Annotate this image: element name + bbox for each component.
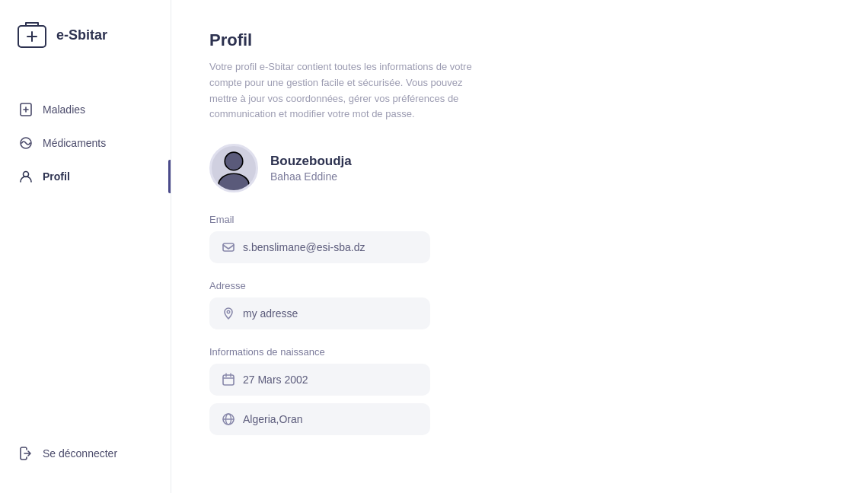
- email-input[interactable]: s.benslimane@esi-sba.dz: [209, 231, 430, 263]
- logo-area: e-Sbitar: [0, 0, 171, 70]
- profile-name-area: Bouzeboudja Bahaa Eddine: [270, 154, 352, 183]
- main-nav: Maladies Médicaments Profil: [0, 70, 171, 421]
- sidebar-item-maladies[interactable]: Maladies: [0, 93, 171, 126]
- page-description: Votre profil e-Sbitar contient toutes le…: [209, 59, 483, 122]
- email-field-group: Email s.benslimane@esi-sba.dz: [209, 214, 830, 263]
- svg-rect-12: [223, 375, 234, 385]
- maladies-icon: [18, 102, 34, 117]
- page-title: Profil: [209, 30, 830, 50]
- sidebar-item-profil[interactable]: Profil: [0, 160, 171, 193]
- address-input[interactable]: my adresse: [209, 297, 430, 329]
- sidebar-item-medicaments[interactable]: Médicaments: [0, 126, 171, 160]
- birth-location-value: Algeria,Oran: [243, 413, 303, 425]
- profil-icon: [18, 169, 34, 184]
- birth-label: Informations de naissance: [209, 346, 830, 358]
- birth-field-group: Informations de naissance 27 Mars 2002: [209, 346, 830, 435]
- profil-label: Profil: [43, 170, 70, 183]
- calendar-icon: [222, 373, 235, 386]
- profile-last-name: Bouzeboudja: [270, 154, 352, 169]
- profile-header: Bouzeboudja Bahaa Eddine: [209, 144, 830, 192]
- main-content: Profil Votre profil e-Sbitar contient to…: [171, 0, 868, 493]
- address-label: Adresse: [209, 280, 830, 291]
- maladies-label: Maladies: [43, 103, 85, 116]
- app-logo-icon: [15, 18, 49, 52]
- sidebar-bottom: Se déconnecter: [0, 421, 171, 493]
- globe-icon: [222, 412, 235, 426]
- address-value: my adresse: [243, 307, 298, 320]
- disconnect-button[interactable]: Se déconnecter: [0, 437, 171, 470]
- birth-location-input[interactable]: Algeria,Oran: [209, 403, 430, 435]
- birth-date-input[interactable]: 27 Mars 2002: [209, 364, 430, 396]
- location-icon: [222, 307, 235, 320]
- svg-point-8: [225, 152, 243, 170]
- address-field-group: Adresse my adresse: [209, 280, 830, 329]
- sidebar: e-Sbitar Maladies Médicaments: [0, 0, 171, 493]
- app-name: e-Sbitar: [56, 27, 107, 43]
- email-label: Email: [209, 214, 830, 225]
- profile-first-name: Bahaa Eddine: [270, 170, 352, 183]
- avatar: [209, 144, 258, 192]
- birth-date-value: 27 Mars 2002: [243, 374, 308, 386]
- svg-rect-10: [223, 243, 234, 251]
- medicaments-icon: [18, 135, 34, 151]
- email-icon: [222, 240, 235, 254]
- medicaments-label: Médicaments: [43, 137, 106, 149]
- svg-point-11: [227, 310, 230, 313]
- disconnect-label: Se déconnecter: [43, 447, 117, 460]
- svg-point-9: [219, 173, 249, 192]
- disconnect-icon: [18, 446, 34, 461]
- email-value: s.benslimane@esi-sba.dz: [243, 241, 365, 253]
